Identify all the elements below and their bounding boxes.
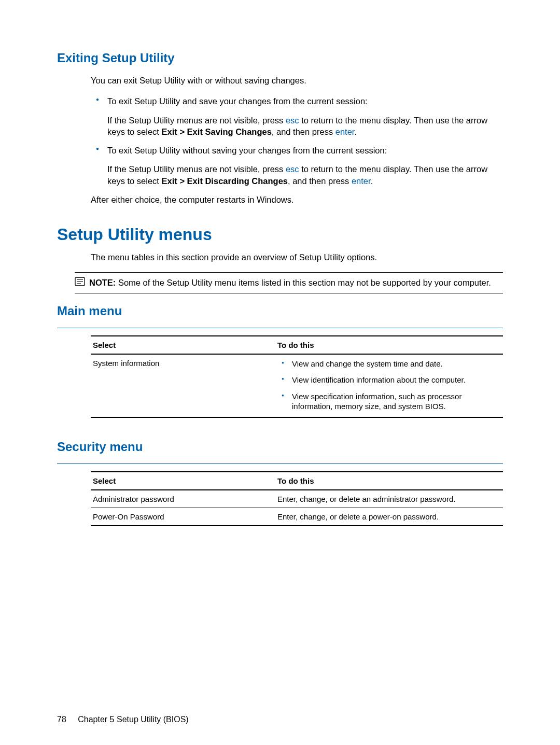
table-header-row: Select To do this (91, 471, 503, 490)
table-row: Administrator password Enter, change, or… (91, 490, 503, 508)
text-fragment: . (354, 127, 357, 136)
exit-bullet-1-lead: To exit Setup Utility and save your chan… (107, 95, 503, 107)
heading-setup-utility-menus: Setup Utility menus (57, 225, 503, 244)
table-cell-action: Enter, change, or delete an administrato… (277, 495, 503, 503)
table-cell-select: Power-On Password (91, 512, 277, 521)
key-esc: esc (286, 116, 299, 125)
heading-rule (57, 328, 503, 328)
note-icon (75, 277, 85, 286)
document-page: Exiting Setup Utility You can exit Setup… (0, 0, 560, 745)
key-enter: enter (352, 176, 371, 186)
table-cell-select: System information (91, 359, 277, 413)
menus-intro-text: The menu tables in this section provide … (91, 251, 503, 263)
exit-after-text: After either choice, the computer restar… (91, 194, 503, 205)
table-header-action: To do this (277, 476, 503, 485)
key-enter: enter (335, 127, 355, 136)
menu-path-exit-discarding: Exit > Exit Discarding Changes (162, 176, 288, 186)
table-row: Power-On Password Enter, change, or dele… (91, 508, 503, 526)
key-esc: esc (286, 164, 299, 174)
note-body: Some of the Setup Utility menu items lis… (116, 278, 491, 287)
page-number: 78 (57, 715, 66, 724)
table-header-select: Select (91, 341, 277, 349)
text-fragment: . (371, 176, 373, 186)
heading-security-menu: Security menu (57, 440, 503, 454)
chapter-label: Chapter 5 Setup Utility (BIOS) (78, 715, 188, 724)
table-cell-select: Administrator password (91, 495, 277, 503)
table-header-row: Select To do this (91, 335, 503, 355)
exit-intro-text: You can exit Setup Utility with or witho… (91, 75, 503, 86)
action-sublist: View and change the system time and date… (277, 359, 503, 412)
text-fragment: If the Setup Utility menus are not visib… (107, 164, 286, 174)
heading-main-menu: Main menu (57, 304, 503, 318)
table-header-action: To do this (277, 341, 503, 349)
exit-bullet-2-body: If the Setup Utility menus are not visib… (107, 163, 503, 187)
table-cell-action: View and change the system time and date… (277, 359, 503, 413)
list-item: View specification information, such as … (277, 391, 503, 412)
exit-bullet-1: To exit Setup Utility and save your chan… (91, 95, 503, 137)
table-row: System information View and change the s… (91, 355, 503, 418)
note-text: NOTE: Some of the Setup Utility menu ite… (89, 278, 491, 287)
menu-path-exit-saving: Exit > Exit Saving Changes (162, 127, 272, 136)
note-label: NOTE: (89, 278, 116, 287)
page-footer: 78 Chapter 5 Setup Utility (BIOS) (57, 715, 189, 724)
note-block: NOTE: Some of the Setup Utility menu ite… (75, 272, 503, 293)
heading-rule (57, 463, 503, 464)
table-cell-action: Enter, change, or delete a power-on pass… (277, 512, 503, 521)
exit-bullet-1-body: If the Setup Utility menus are not visib… (107, 115, 503, 138)
security-menu-table: Select To do this Administrator password… (91, 471, 503, 526)
exit-bullet-2-lead: To exit Setup Utility without saving you… (107, 145, 503, 156)
list-item: View identification information about th… (277, 375, 503, 385)
table-header-select: Select (91, 476, 277, 485)
exit-bullet-list: To exit Setup Utility and save your chan… (91, 95, 503, 187)
text-fragment: If the Setup Utility menus are not visib… (107, 116, 286, 125)
list-item: View and change the system time and date… (277, 359, 503, 369)
exit-bullet-2: To exit Setup Utility without saving you… (91, 145, 503, 187)
main-menu-table: Select To do this System information Vie… (91, 335, 503, 418)
heading-exiting-setup-utility: Exiting Setup Utility (57, 51, 503, 65)
text-fragment: , and then press (288, 176, 352, 186)
text-fragment: , and then press (272, 127, 335, 136)
